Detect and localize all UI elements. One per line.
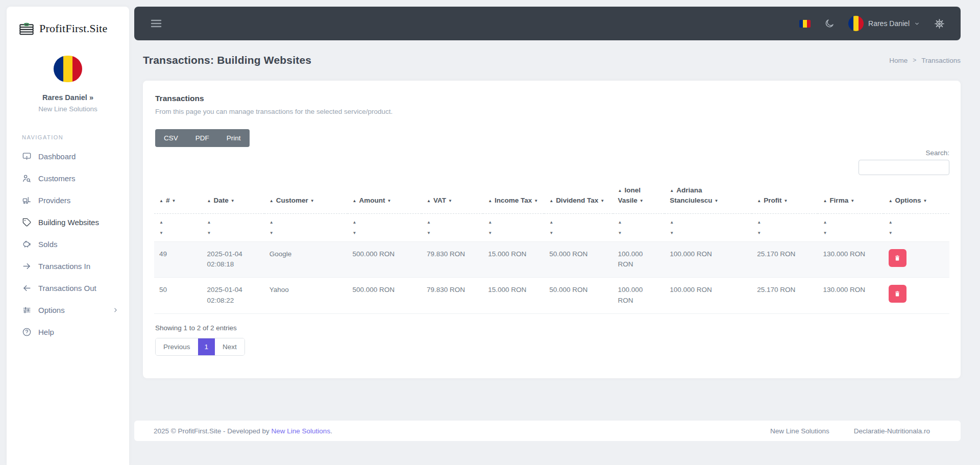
sidebar-item-solds[interactable]: Solds — [7, 233, 129, 255]
sort-asc-icon[interactable]: ▲ — [270, 221, 342, 225]
sort-asc-icon[interactable]: ▲ — [549, 199, 553, 203]
sort-desc-icon[interactable]: ▼ — [923, 199, 927, 203]
romania-flag-icon[interactable] — [799, 20, 811, 28]
sort-asc-icon[interactable]: ▲ — [427, 199, 431, 203]
sort-asc-icon[interactable]: ▲ — [823, 221, 878, 225]
sidebar-item-providers[interactable]: Providers — [7, 189, 129, 211]
sort-asc-icon[interactable]: ▲ — [618, 188, 622, 193]
sidebar-item-options[interactable]: Options — [7, 299, 129, 321]
sort-desc-icon[interactable]: ▼ — [172, 199, 176, 203]
user-menu[interactable]: Rares Daniel — [848, 16, 920, 31]
delete-button[interactable] — [889, 249, 906, 267]
sidebar-user-name[interactable]: Rares Daniel » — [7, 93, 129, 102]
sort-desc-icon[interactable]: ▼ — [783, 199, 788, 203]
sort-asc-icon[interactable]: ▲ — [889, 199, 893, 203]
sort-asc-icon[interactable]: ▲ — [823, 199, 827, 203]
sort-asc-icon[interactable]: ▲ — [207, 199, 211, 203]
developer-link[interactable]: New Line Solutions — [272, 427, 331, 435]
sort-asc-icon[interactable]: ▲ — [207, 221, 259, 225]
sort-desc-icon[interactable]: ▼ — [488, 231, 539, 235]
column-header[interactable]: ▲Firma▼ — [818, 181, 883, 213]
sort-asc-icon[interactable]: ▲ — [159, 221, 197, 225]
sort-asc-icon[interactable]: ▲ — [488, 221, 539, 225]
sort-asc-icon[interactable]: ▲ — [757, 199, 761, 203]
sort-desc-icon[interactable]: ▼ — [600, 199, 604, 203]
column-header[interactable]: ▲Ionel Vasile▼ — [613, 181, 665, 213]
sort-asc-icon[interactable]: ▲ — [670, 188, 674, 193]
column-header[interactable]: ▲Income Tax▼ — [483, 181, 544, 213]
sort-desc-icon[interactable]: ▼ — [757, 231, 813, 235]
pagination-previous-button[interactable]: Previous — [156, 338, 198, 355]
sort-asc-icon[interactable]: ▲ — [488, 199, 492, 203]
sidebar-item-customers[interactable]: Customers — [7, 167, 129, 189]
cell-dividend-tax: 50.000 RON — [544, 278, 612, 314]
cell-profit: 25.170 RON — [752, 241, 818, 278]
csv-button[interactable]: CSV — [155, 129, 187, 147]
moon-icon[interactable] — [824, 18, 835, 29]
sort-asc-icon[interactable]: ▲ — [159, 199, 163, 203]
column-header[interactable]: ▲Options▼ — [884, 181, 949, 213]
sort-desc-icon[interactable]: ▼ — [353, 231, 417, 235]
sort-desc-icon[interactable]: ▼ — [159, 231, 197, 235]
sort-desc-icon[interactable]: ▼ — [310, 199, 314, 203]
sort-asc-icon[interactable]: ▲ — [353, 199, 357, 203]
sort-asc-icon[interactable]: ▲ — [618, 221, 660, 225]
search-input[interactable] — [859, 160, 949, 175]
pdf-button[interactable]: PDF — [187, 129, 218, 147]
sort-asc-icon[interactable]: ▲ — [670, 221, 747, 225]
menu-icon[interactable] — [151, 19, 162, 28]
sort-desc-icon[interactable]: ▼ — [427, 231, 478, 235]
sort-desc-icon[interactable]: ▼ — [387, 199, 391, 203]
sidebar-item-transactions-out[interactable]: Transactions Out — [7, 277, 129, 299]
column-header[interactable]: ▲Adriana Stanciulescu▼ — [665, 181, 752, 213]
brand-logo[interactable]: ProfitFirst.Site — [7, 7, 129, 37]
breadcrumb-home[interactable]: Home — [889, 57, 908, 64]
column-header[interactable]: ▲Amount▼ — [348, 181, 422, 213]
column-header[interactable]: ▲Profit▼ — [752, 181, 818, 213]
footer-link-new-line-solutions[interactable]: New Line Solutions — [770, 427, 829, 435]
cell-date: 2025-01-04 02:08:22 — [202, 278, 264, 314]
column-header[interactable]: ▲VAT▼ — [422, 181, 483, 213]
sort-desc-icon[interactable]: ▼ — [850, 199, 854, 203]
pagination-next-button[interactable]: Next — [215, 338, 244, 355]
sidebar-item-label: Help — [38, 328, 54, 336]
card-subtitle: From this page you can manage transactio… — [154, 108, 949, 115]
sidebar-item-label: Dashboard — [38, 152, 76, 161]
page-footer: 2025 © ProfitFirst.Site - Developed by N… — [134, 421, 961, 441]
sort-desc-icon[interactable]: ▼ — [618, 231, 660, 235]
sort-asc-icon[interactable]: ▲ — [270, 199, 274, 203]
column-header[interactable]: ▲Date▼ — [202, 181, 264, 213]
print-button[interactable]: Print — [218, 129, 250, 147]
sort-asc-icon[interactable]: ▲ — [889, 221, 944, 225]
sort-desc-icon[interactable]: ▼ — [670, 231, 747, 235]
sidebar-item-dashboard[interactable]: Dashboard — [7, 145, 129, 167]
sort-desc-icon[interactable]: ▼ — [270, 231, 342, 235]
sidebar-item-building-websites[interactable]: Building Websites — [7, 211, 129, 233]
sort-asc-icon[interactable]: ▲ — [549, 221, 607, 225]
sort-desc-icon[interactable]: ▼ — [448, 199, 452, 203]
pagination-page-1-button[interactable]: 1 — [198, 338, 215, 355]
sidebar: ProfitFirst.Site Rares Daniel » New Line… — [7, 7, 129, 465]
cell-adriana-stanciulescu: 100.000 RON — [665, 241, 752, 278]
sort-desc-icon[interactable]: ▼ — [231, 199, 235, 203]
sort-desc-icon[interactable]: ▼ — [889, 231, 944, 235]
cell-amount: 500.000 RON — [348, 278, 422, 314]
footer-link-declaratie-nutritionala[interactable]: Declaratie-Nutritionala.ro — [854, 427, 930, 435]
sidebar-item-help[interactable]: Help — [7, 321, 129, 343]
sort-desc-icon[interactable]: ▼ — [823, 231, 878, 235]
sort-desc-icon[interactable]: ▼ — [640, 199, 644, 203]
delete-button[interactable] — [889, 285, 906, 303]
sort-desc-icon[interactable]: ▼ — [534, 199, 538, 203]
sort-asc-icon[interactable]: ▲ — [353, 221, 417, 225]
main-content: Rares Daniel Transactions: Building Webs… — [134, 0, 961, 441]
sort-desc-icon[interactable]: ▼ — [207, 231, 259, 235]
gear-icon[interactable] — [934, 18, 945, 30]
sort-desc-icon[interactable]: ▼ — [549, 231, 607, 235]
sort-asc-icon[interactable]: ▲ — [427, 221, 478, 225]
column-header[interactable]: ▲Customer▼ — [264, 181, 348, 213]
sort-asc-icon[interactable]: ▲ — [757, 221, 813, 225]
column-header[interactable]: ▲#▼ — [154, 181, 202, 213]
column-header[interactable]: ▲Dividend Tax▼ — [544, 181, 612, 213]
sidebar-item-transactions-in[interactable]: Transactions In — [7, 255, 129, 277]
sort-desc-icon[interactable]: ▼ — [715, 199, 719, 203]
